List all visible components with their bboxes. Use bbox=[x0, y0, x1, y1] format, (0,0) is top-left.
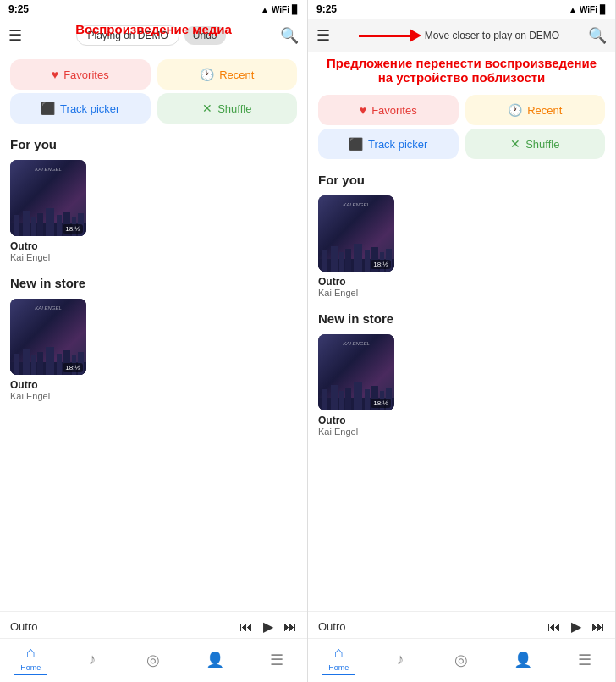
list-icon-left: ☰ bbox=[270, 651, 283, 669]
status-icons-right: ▲ WiFi ▊ bbox=[569, 5, 607, 14]
track-picker-button-left[interactable]: ⬛ Track picker bbox=[10, 93, 151, 124]
recent-button-left[interactable]: 🕐 Recent bbox=[157, 59, 298, 90]
playing-badge: Playing on DEMO bbox=[76, 25, 179, 46]
svg-rect-36 bbox=[365, 389, 370, 410]
album-duration-right-1: 18:½ bbox=[371, 260, 391, 269]
nav-circle-right[interactable]: ◎ bbox=[431, 651, 492, 669]
circle-icon-right: ◎ bbox=[454, 651, 468, 669]
album-duration-left-1: 18:½ bbox=[63, 224, 83, 234]
nav-music-left[interactable]: ♪ bbox=[62, 651, 124, 668]
album-card-left-1[interactable]: KAI ENGEL 18:½ O bbox=[10, 160, 86, 262]
svg-rect-35 bbox=[354, 382, 362, 410]
home-label-right: Home bbox=[328, 663, 349, 672]
svg-rect-14 bbox=[37, 352, 43, 375]
search-icon-right[interactable]: 🔍 bbox=[588, 26, 607, 45]
track-picker-button-right[interactable]: ⬛ Track picker bbox=[318, 129, 459, 159]
player-buttons-right: ⏮ ▶ ⏭ bbox=[547, 619, 605, 635]
circle-icon-left: ◎ bbox=[146, 651, 160, 669]
svg-rect-21 bbox=[322, 250, 327, 272]
list-icon-right: ☰ bbox=[578, 651, 591, 669]
wifi-icon: WiFi bbox=[272, 5, 289, 14]
home-label-left: Home bbox=[20, 663, 41, 672]
arrow-line-right bbox=[359, 35, 410, 37]
for-you-section-right: For you KAI ENGEL bbox=[308, 162, 615, 301]
svg-rect-11 bbox=[14, 354, 19, 375]
new-in-store-title-left: New in store bbox=[10, 276, 297, 290]
album-thumb-right-2: KAI ENGEL 18:½ bbox=[318, 334, 394, 410]
album-overlay-text-left-1: KAI ENGEL bbox=[35, 167, 62, 172]
shuffle-button-left[interactable]: ✕ Shuffle bbox=[157, 93, 298, 124]
nav-menu-left[interactable]: ☰ bbox=[245, 651, 307, 669]
album-overlay-text-right-1: KAI ENGEL bbox=[343, 202, 370, 207]
move-closer-text: Move closer to play on DEMO bbox=[425, 30, 559, 41]
new-in-store-section-right: New in store KAI ENGEL bbox=[308, 301, 615, 440]
status-time-right: 9:25 bbox=[316, 3, 337, 15]
clock-icon-right: 🕐 bbox=[508, 103, 522, 117]
prev-button-right[interactable]: ⏮ bbox=[547, 619, 561, 635]
nav-home-right[interactable]: ⌂ Home bbox=[308, 644, 370, 675]
bottom-nav-left: ⌂ Home ♪ ◎ 👤 ☰ bbox=[0, 638, 307, 682]
svg-rect-26 bbox=[365, 250, 370, 272]
next-button-right[interactable]: ⏭ bbox=[591, 619, 605, 635]
svg-rect-31 bbox=[322, 389, 327, 410]
track-picker-label-left: Track picker bbox=[60, 102, 119, 115]
home-icon-right: ⌂ bbox=[334, 644, 344, 662]
svg-rect-2 bbox=[23, 211, 30, 236]
nav-circle-left[interactable]: ◎ bbox=[123, 651, 184, 669]
undo-button[interactable]: Undo bbox=[184, 26, 226, 45]
favorites-label-left: Favorites bbox=[63, 69, 108, 81]
nav-active-indicator-left bbox=[14, 674, 47, 675]
album-thumb-left-2: KAI ENGEL 18:½ bbox=[10, 299, 86, 375]
shuffle-icon-left: ✕ bbox=[202, 102, 212, 115]
people-icon-right: 👤 bbox=[514, 651, 532, 669]
quick-actions-row1-right: ♥ Favorites 🕐 Recent bbox=[308, 88, 615, 129]
album-card-right-1[interactable]: KAI ENGEL 18:½ O bbox=[318, 195, 394, 298]
favorites-button-right[interactable]: ♥ Favorites bbox=[318, 95, 459, 125]
search-icon-left[interactable]: 🔍 bbox=[280, 26, 299, 45]
play-button-left[interactable]: ▶ bbox=[263, 619, 273, 635]
album-title-right-1: Outro bbox=[318, 276, 394, 288]
heart-icon: ♥ bbox=[52, 68, 58, 81]
player-title-right: Outro bbox=[318, 620, 346, 633]
quick-actions-row2-left: ⬛ Track picker ✕ Shuffle bbox=[0, 93, 307, 127]
album-overlay-text-right-2: KAI ENGEL bbox=[343, 341, 370, 346]
svg-rect-22 bbox=[331, 246, 338, 272]
album-card-left-2[interactable]: KAI ENGEL 18:½ O bbox=[10, 299, 86, 401]
prev-button-left[interactable]: ⏮ bbox=[239, 619, 253, 635]
clock-icon-left: 🕐 bbox=[200, 68, 214, 81]
home-icon-left: ⌂ bbox=[26, 644, 36, 662]
svg-rect-1 bbox=[14, 215, 19, 236]
for-you-title-right: For you bbox=[318, 173, 605, 187]
nav-music-right[interactable]: ♪ bbox=[370, 651, 432, 668]
album-title-right-2: Outro bbox=[318, 415, 394, 426]
player-controls-right: Outro ⏮ ▶ ⏭ bbox=[318, 619, 605, 635]
heart-icon-right: ♥ bbox=[360, 103, 366, 117]
next-button-left[interactable]: ⏭ bbox=[283, 619, 297, 635]
annotation-text-right: Предложение перенести воспроизведение на… bbox=[316, 54, 607, 86]
album-title-left-1: Outro bbox=[10, 240, 86, 252]
album-thumb-left-1: KAI ENGEL 18:½ bbox=[10, 160, 86, 236]
nav-home-left[interactable]: ⌂ Home bbox=[0, 644, 62, 675]
track-picker-label-right: Track picker bbox=[368, 138, 427, 151]
menu-icon-right[interactable]: ☰ bbox=[316, 26, 330, 45]
new-in-store-section-left: New in store KAI ENGEL bbox=[0, 266, 307, 404]
favorites-button-left[interactable]: ♥ Favorites bbox=[10, 59, 151, 90]
track-picker-icon-right: ⬛ bbox=[349, 137, 363, 151]
svg-rect-6 bbox=[57, 215, 62, 236]
album-card-right-2[interactable]: KAI ENGEL 18:½ O bbox=[318, 334, 394, 437]
quick-actions-row2-right: ⬛ Track picker ✕ Shuffle bbox=[308, 129, 615, 162]
track-picker-icon-left: ⬛ bbox=[41, 102, 55, 115]
recent-label-right: Recent bbox=[527, 104, 562, 117]
nav-people-right[interactable]: 👤 bbox=[492, 651, 554, 669]
nav-people-left[interactable]: 👤 bbox=[184, 651, 246, 669]
svg-rect-34 bbox=[345, 388, 351, 410]
shuffle-button-right[interactable]: ✕ Shuffle bbox=[465, 129, 606, 159]
status-bar-left: 9:25 ▲ WiFi ▊ bbox=[0, 0, 307, 19]
recent-button-right[interactable]: 🕐 Recent bbox=[465, 95, 606, 125]
menu-icon-left[interactable]: ☰ bbox=[8, 26, 22, 45]
play-button-right[interactable]: ▶ bbox=[571, 619, 581, 635]
svg-rect-3 bbox=[31, 217, 36, 236]
favorites-label-right: Favorites bbox=[371, 104, 416, 117]
annotation-right: Предложение перенести воспроизведение на… bbox=[308, 52, 615, 88]
nav-menu-right[interactable]: ☰ bbox=[553, 651, 615, 669]
